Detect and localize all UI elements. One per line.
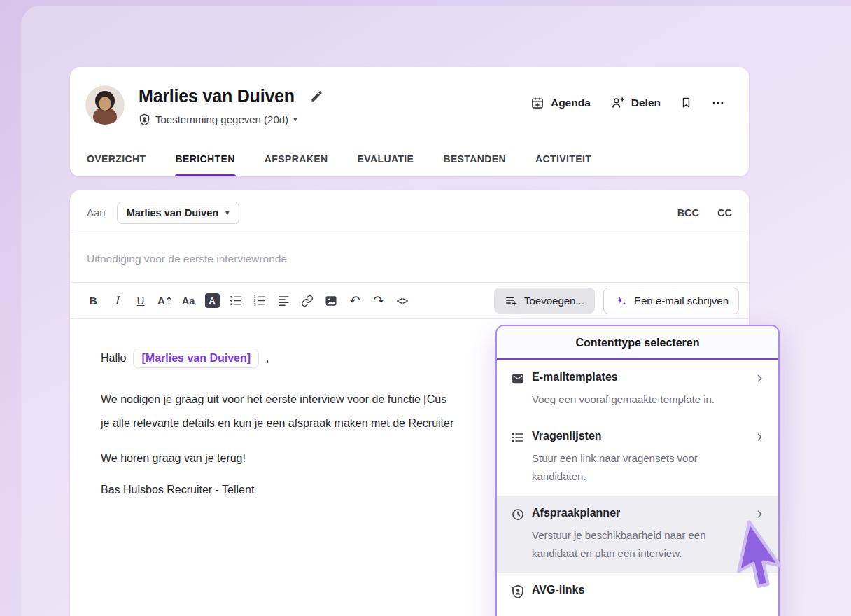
chevron-down-icon: ▾	[293, 115, 297, 124]
profile-tabs: OVERZICHT BERICHTEN AFSPRAKEN EVALUATIE …	[86, 153, 592, 176]
variable-chip[interactable]: [Marlies van Duiven]	[133, 349, 259, 368]
consent-status-dropdown[interactable]: Toestemming gegeven (20d) ▾	[139, 113, 329, 125]
image-button[interactable]	[319, 290, 343, 312]
svg-text:3: 3	[253, 302, 255, 307]
sparkle-icon	[614, 294, 628, 308]
chevron-right-icon	[754, 508, 766, 520]
bold-button[interactable]: B	[81, 290, 105, 312]
privacy-shield-icon	[511, 584, 532, 598]
align-button[interactable]	[272, 290, 295, 312]
undo-button[interactable]: ↶	[343, 290, 367, 312]
link-button[interactable]	[295, 290, 319, 312]
mail-icon	[511, 372, 532, 386]
candidate-header-card: Marlies van Duiven Toestemming gegeven (…	[70, 67, 749, 176]
tab-afspraken[interactable]: AFSPRAKEN	[264, 153, 329, 176]
bookmark-button[interactable]	[674, 92, 698, 113]
tab-overzicht[interactable]: OVERZICHT	[86, 153, 147, 176]
page-title: Marlies van Duiven	[139, 86, 295, 106]
chevron-down-icon: ▾	[225, 208, 230, 217]
popup-item-afspraakplanner[interactable]: Afspraakplanner Verstuur je beschikbaarh…	[497, 496, 778, 573]
greeting-comma: ,	[266, 352, 269, 365]
more-options-button[interactable]	[705, 92, 731, 114]
text-style-button[interactable]: Aa	[176, 290, 200, 312]
consent-shield-icon	[139, 113, 150, 125]
chevron-right-icon	[754, 431, 766, 443]
tab-berichten[interactable]: BERICHTEN	[175, 153, 236, 176]
cc-button[interactable]: CC	[717, 207, 732, 218]
edit-title-icon[interactable]	[304, 85, 329, 107]
write-email-ai-button[interactable]: Een e-mail schrijven	[603, 288, 739, 314]
bullet-list-icon	[230, 294, 243, 307]
image-icon	[324, 294, 338, 308]
font-size-button[interactable]: A	[153, 290, 176, 312]
greeting-text: Hallo	[101, 352, 126, 365]
popup-title: Contenttype selecteren	[497, 326, 778, 360]
underline-button[interactable]: U	[129, 290, 153, 312]
chevron-right-icon	[754, 372, 766, 384]
clock-icon	[511, 507, 532, 522]
bcc-button[interactable]: BCC	[677, 207, 699, 218]
consent-status-label: Toestemming gegeven (20d)	[155, 113, 288, 125]
popup-item-avg-links[interactable]: AVG-links	[497, 573, 778, 613]
content-type-popup: Contenttype selecteren E-mailtemplates V…	[495, 325, 780, 616]
bullet-list-button[interactable]	[224, 290, 248, 312]
popup-item-vragenlijsten[interactable]: Vragenlijsten Stuur een link naar vragen…	[497, 419, 778, 496]
ordered-list-icon: 123	[253, 294, 267, 307]
add-content-button[interactable]: Toevoegen...	[494, 288, 595, 314]
highlight-icon: A	[205, 293, 220, 308]
tab-bestanden[interactable]: BESTANDEN	[442, 153, 507, 176]
playlist-add-icon	[505, 294, 518, 307]
avatar	[85, 85, 125, 125]
code-button[interactable]: <>	[391, 290, 414, 312]
highlight-color-button[interactable]: A	[200, 290, 224, 312]
redo-button[interactable]: ↷	[367, 290, 391, 312]
align-icon	[277, 294, 290, 307]
to-label: Aan	[87, 206, 106, 218]
calendar-plus-icon	[530, 96, 544, 110]
subject-input[interactable]	[87, 253, 732, 265]
popup-item-emailtemplates[interactable]: E-mailtemplates Voeg een vooraf gemaakte…	[497, 360, 778, 419]
tab-activiteit[interactable]: ACTIVITEIT	[535, 153, 592, 176]
formatting-toolbar: B I U A Aa A 123	[70, 283, 749, 319]
person-plus-icon	[610, 95, 625, 110]
italic-button[interactable]: I	[105, 290, 129, 312]
recipient-dropdown[interactable]: Marlies van Duiven ▾	[117, 202, 239, 224]
agenda-button[interactable]: Agenda	[524, 92, 597, 114]
link-icon	[300, 294, 314, 308]
ordered-list-button[interactable]: 123	[248, 290, 272, 312]
checklist-icon	[511, 430, 532, 444]
share-button[interactable]: Delen	[604, 91, 667, 114]
tab-evaluatie[interactable]: EVALUATIE	[357, 153, 415, 176]
